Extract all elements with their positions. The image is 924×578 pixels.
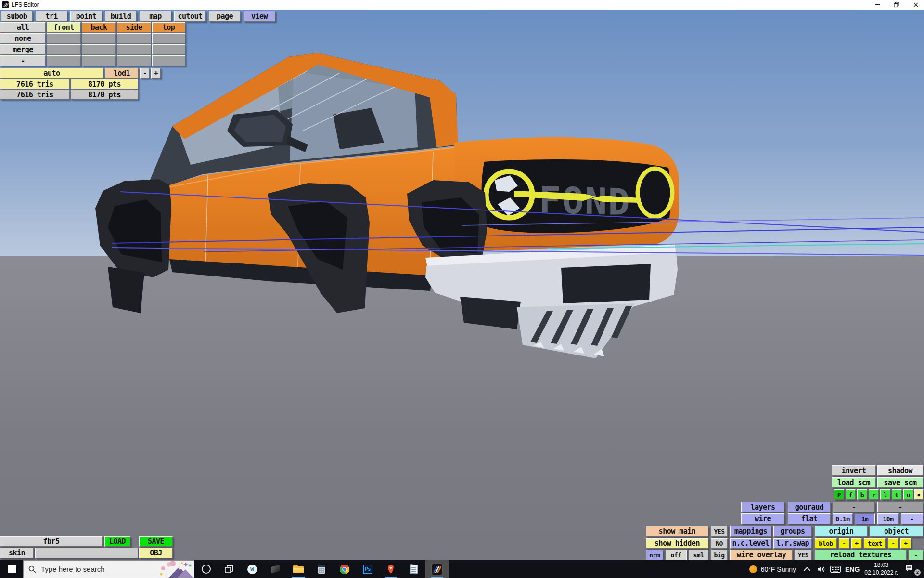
load-scm-button[interactable]: load scm [832, 477, 876, 488]
channel-l-button[interactable]: l [880, 489, 890, 500]
reload-dash-button[interactable]: - [909, 550, 923, 560]
channel-dot-button[interactable]: ● [914, 489, 923, 500]
load-button[interactable]: LOAD [104, 536, 130, 547]
menu-subob[interactable]: subob [1, 11, 33, 22]
notification-center-icon[interactable]: 2 [905, 565, 917, 574]
viewport-3d[interactable]: FOND [0, 0, 924, 578]
volume-icon[interactable] [814, 566, 828, 573]
wire-overlay-yes-button[interactable]: YES [795, 550, 812, 560]
nrm-big-button[interactable]: big [711, 550, 728, 560]
menu-cutout[interactable]: cutout [174, 11, 206, 22]
view-top-button[interactable]: top [152, 22, 185, 33]
obj-button[interactable]: OBJ [139, 548, 173, 558]
show-hidden-button[interactable]: show hidden [646, 538, 708, 549]
skin-name-field[interactable] [35, 548, 138, 558]
close-button[interactable]: × [908, 0, 924, 10]
channel-f-button[interactable]: f [846, 489, 856, 500]
layers-dash2-button[interactable]: - [877, 502, 923, 512]
channel-r-button[interactable]: r [869, 489, 879, 500]
notepad-icon[interactable] [402, 560, 425, 578]
origin-button[interactable]: origin [815, 526, 868, 537]
cortana-icon[interactable] [194, 560, 218, 578]
calculator-icon[interactable] [310, 560, 333, 578]
channel-u-button[interactable]: u [903, 489, 913, 500]
wire-button[interactable]: wire [741, 513, 784, 524]
show-main-yes-button[interactable]: YES [711, 526, 728, 537]
text-plus-button[interactable]: + [900, 538, 911, 549]
gouraud-button[interactable]: gouraud [788, 502, 831, 512]
restore-button[interactable] [888, 0, 905, 10]
file-explorer-icon[interactable] [287, 560, 310, 578]
menu-tri[interactable]: tri [36, 11, 67, 22]
grid-10m-button[interactable]: 10m [877, 513, 899, 524]
view-all-button[interactable]: all [0, 22, 46, 33]
search-input[interactable] [40, 565, 153, 574]
taskbar: W Ps [0, 560, 924, 578]
empty-cell [47, 44, 81, 55]
menu-build[interactable]: build [105, 11, 137, 22]
grid-0.1m-button[interactable]: 0.1m [833, 513, 853, 524]
skin-button[interactable]: skin [0, 548, 34, 558]
save-button[interactable]: SAVE [139, 536, 173, 547]
channel-b-button[interactable]: b [857, 489, 867, 500]
menu-page[interactable]: page [209, 11, 241, 22]
view-back-button[interactable]: back [82, 22, 116, 33]
text-minus-button[interactable]: - [888, 538, 898, 549]
groups-button[interactable]: groups [773, 526, 812, 537]
language-indicator[interactable]: ENG [845, 565, 860, 573]
filename-field[interactable]: fbr5 [0, 536, 103, 547]
lod-auto-button[interactable]: auto [0, 68, 103, 79]
reload-textures-button[interactable]: reload textures [815, 550, 907, 560]
flat-button[interactable]: flat [788, 513, 831, 524]
restore-icon [894, 2, 899, 8]
photoshop-icon[interactable]: Ps [356, 560, 379, 578]
taskbar-search[interactable] [23, 560, 194, 578]
hidden-icons-chevron[interactable] [800, 566, 814, 573]
channel-t-button[interactable]: t [892, 489, 902, 500]
object-button[interactable]: object [870, 526, 923, 537]
minimize-button[interactable] [869, 0, 886, 10]
nrm-button[interactable]: nrm [646, 550, 663, 560]
task-view-icon[interactable] [218, 560, 241, 578]
show-hidden-no-button[interactable]: NO [711, 538, 728, 549]
merge-button[interactable]: merge [0, 44, 46, 55]
nc-level-button[interactable]: n.c.level [730, 538, 771, 549]
chrome-icon[interactable] [333, 560, 356, 578]
grid-1m-button[interactable]: 1m [855, 513, 875, 524]
wire-overlay-button[interactable]: wire overlay [730, 550, 793, 560]
show-main-button[interactable]: show main [646, 526, 708, 537]
lod-plus-button[interactable]: + [151, 68, 161, 79]
invert-button[interactable]: invert [832, 465, 876, 476]
blob-button[interactable]: blob [815, 538, 837, 549]
lfs-editor-taskbar-icon[interactable] [425, 560, 449, 578]
save-scm-button[interactable]: save scm [877, 477, 923, 488]
menu-view[interactable]: view [244, 11, 275, 22]
grid-dash-button[interactable]: - [901, 513, 923, 524]
dash-button[interactable]: - [0, 55, 46, 66]
view-front-button[interactable]: front [47, 22, 81, 33]
nrm-sml-button[interactable]: sml [689, 550, 708, 560]
dark-app-icon[interactable] [264, 560, 287, 578]
start-button[interactable] [0, 560, 23, 578]
taskbar-clock[interactable]: 18:03 02.10.2022 г. [864, 562, 898, 577]
w-app-icon[interactable]: W [241, 560, 264, 578]
channel-p-button[interactable]: P [834, 489, 844, 500]
weather-text[interactable]: 60°F Sunny [761, 565, 796, 573]
lr-swap-button[interactable]: l.r.swap [773, 538, 812, 549]
menu-point[interactable]: point [70, 11, 102, 22]
view-side-button[interactable]: side [117, 22, 151, 33]
nrm-off-button[interactable]: off [665, 550, 687, 560]
touch-keyboard-icon[interactable] [828, 566, 843, 573]
menu-map[interactable]: map [140, 11, 171, 22]
blob-minus-button[interactable]: - [839, 538, 849, 549]
layers-button[interactable]: layers [741, 502, 784, 512]
lod1-button[interactable]: lod1 [105, 68, 139, 79]
text-button[interactable]: text [864, 538, 886, 549]
layers-dash1-button[interactable]: - [833, 502, 875, 512]
blob-plus-button[interactable]: + [851, 538, 862, 549]
lod-minus-button[interactable]: - [140, 68, 150, 79]
mappings-button[interactable]: mappings [730, 526, 771, 537]
none-button[interactable]: none [0, 33, 46, 44]
brave-icon[interactable] [379, 560, 402, 578]
shadow-button[interactable]: shadow [877, 465, 923, 476]
